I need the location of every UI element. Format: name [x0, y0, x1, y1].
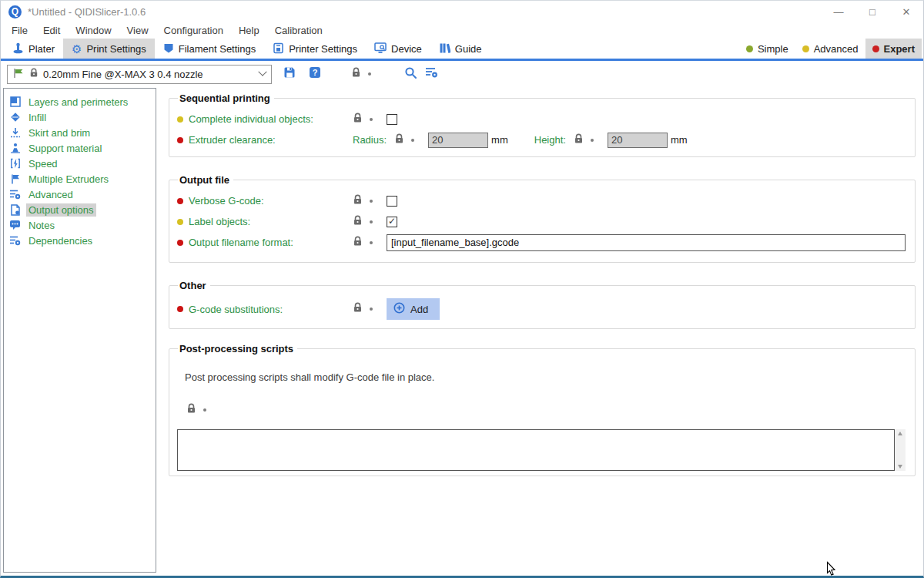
mode-advanced[interactable]: Advanced — [795, 39, 865, 59]
menu-edit[interactable]: Edit — [35, 25, 68, 36]
mode-switcher: Simple Advanced Expert — [739, 39, 923, 59]
setting-row-output-filename-format: Output filename format: — [177, 232, 915, 253]
svg-text:?: ? — [313, 68, 318, 77]
simple-dot-icon — [746, 45, 753, 52]
minimize-button[interactable]: — — [822, 1, 855, 22]
expert-dot-icon — [872, 45, 879, 52]
sidebar-item-label: Dependencies — [26, 234, 95, 247]
lock-group[interactable] — [353, 194, 387, 208]
section-title: Output file — [178, 174, 233, 186]
lock-group[interactable] — [186, 403, 915, 417]
close-button[interactable]: ✕ — [889, 1, 923, 22]
settings-body: Layers and perimeters Infill Skirt and b… — [1, 87, 923, 576]
radius-unit: mm — [491, 134, 508, 146]
lock-icon — [574, 133, 584, 147]
tab-label: Device — [391, 43, 422, 55]
output-filename-format-input[interactable] — [387, 234, 906, 251]
chevron-down-icon — [258, 68, 266, 76]
sidebar-item-notes[interactable]: Notes — [4, 217, 156, 233]
sidebar-item-dependencies[interactable]: Dependencies — [4, 233, 156, 248]
sidebar-item-speed[interactable]: Speed — [4, 156, 156, 171]
maximize-button[interactable]: □ — [855, 1, 889, 22]
section-output-file: Output file Verbose G-code: Lab — [169, 174, 916, 263]
sidebar-item-label: Infill — [26, 111, 49, 124]
flag-icon — [13, 68, 25, 81]
preset-name: 0.20mm Fine @X-MAX 3 0.4 nozzle — [43, 69, 203, 80]
lock-group[interactable] — [574, 133, 608, 147]
layers-icon — [9, 96, 21, 107]
sidebar-item-support-material[interactable]: Support material — [4, 140, 156, 156]
verbose-gcode-checkbox[interactable] — [387, 196, 397, 207]
lock-group[interactable] — [394, 133, 428, 147]
sidebar-item-advanced[interactable]: Advanced — [4, 187, 156, 202]
scroll-up-icon[interactable] — [898, 432, 902, 435]
dot-indicator — [370, 307, 373, 311]
printer-icon — [273, 42, 284, 55]
setting-row-label-objects: Label objects: — [177, 211, 915, 232]
setting-row-extruder-clearance: Extruder clearance: Radius: mm Height: — [177, 129, 915, 150]
sidebar-item-label: Speed — [26, 157, 60, 170]
mode-simple[interactable]: Simple — [739, 39, 795, 59]
setting-row-complete-individual-objects: Complete individual objects: — [177, 109, 915, 129]
menu-configuration[interactable]: Configuration — [156, 25, 231, 36]
lock-group[interactable] — [353, 302, 387, 316]
lock-icon — [353, 113, 363, 126]
menu-calibration[interactable]: Calibration — [267, 25, 330, 36]
height-unit: mm — [671, 134, 688, 146]
support-icon — [9, 143, 21, 153]
search-button[interactable] — [404, 65, 417, 83]
scrollbar[interactable] — [895, 429, 906, 471]
setting-label-text: Label objects: — [189, 216, 250, 227]
tab-printer-settings[interactable]: Printer Settings — [264, 39, 366, 59]
save-preset-button[interactable] — [283, 65, 296, 83]
tab-filament-settings[interactable]: Filament Settings — [155, 39, 264, 59]
setting-label: Complete individual objects: — [177, 113, 353, 125]
sidebar-item-skirt-and-brim[interactable]: Skirt and brim — [4, 125, 156, 140]
sidebar-item-multiple-extruders[interactable]: Multiple Extruders — [4, 171, 156, 187]
sidebar-item-infill[interactable]: Infill — [4, 109, 156, 125]
lock-group[interactable] — [353, 113, 387, 126]
setting-label: Output filename format: — [177, 237, 353, 248]
post-processing-scripts-textarea[interactable] — [177, 429, 895, 471]
radius-input[interactable] — [428, 133, 488, 148]
section-title: Post-processing scripts — [178, 343, 297, 355]
preset-settings-button[interactable] — [425, 65, 439, 83]
tab-print-settings[interactable]: ⚙ Print Settings — [63, 39, 155, 59]
mode-expert[interactable]: Expert — [865, 39, 922, 59]
tab-guide[interactable]: Guide — [430, 39, 490, 59]
setting-label: Verbose G-code: — [177, 195, 353, 207]
sidebar-item-output-options[interactable]: Output options — [4, 202, 156, 217]
menu-file[interactable]: File — [4, 25, 35, 36]
dot-indicator — [203, 408, 206, 412]
lock-icon — [353, 215, 363, 229]
complete-individual-objects-checkbox[interactable] — [387, 114, 397, 125]
window-controls: — □ ✕ — [822, 1, 923, 22]
add-substitution-button[interactable]: Add — [387, 298, 440, 320]
lock-group[interactable] — [353, 236, 387, 250]
menu-window[interactable]: Window — [68, 25, 119, 36]
preset-settings-icon — [425, 66, 439, 82]
scroll-down-icon[interactable] — [898, 465, 902, 469]
preset-combobox[interactable]: 0.20mm Fine @X-MAX 3 0.4 nozzle — [7, 65, 272, 84]
height-input[interactable] — [608, 133, 668, 148]
infill-icon — [9, 112, 21, 123]
lock-all-toggle[interactable] — [344, 65, 378, 83]
menu-view[interactable]: View — [119, 25, 156, 36]
lock-group[interactable] — [353, 215, 387, 229]
tab-label: Plater — [28, 43, 55, 55]
add-button-label: Add — [410, 304, 428, 315]
sidebar-item-label: Output options — [26, 203, 96, 217]
speed-icon — [9, 158, 21, 169]
tab-plater[interactable]: Plater — [4, 39, 63, 59]
plater-icon — [12, 42, 24, 55]
notes-icon — [9, 220, 21, 230]
sidebar-item-layers-and-perimeters[interactable]: Layers and perimeters — [4, 94, 156, 109]
section-title: Sequential printing — [178, 92, 274, 104]
section-title: Other — [178, 280, 210, 291]
menu-help[interactable]: Help — [231, 25, 267, 36]
label-objects-checkbox[interactable] — [387, 217, 397, 227]
dependencies-icon — [9, 235, 21, 246]
tab-label: Print Settings — [86, 43, 146, 55]
tab-device[interactable]: Device — [366, 39, 430, 59]
compare-presets-button[interactable]: ? — [309, 65, 321, 83]
